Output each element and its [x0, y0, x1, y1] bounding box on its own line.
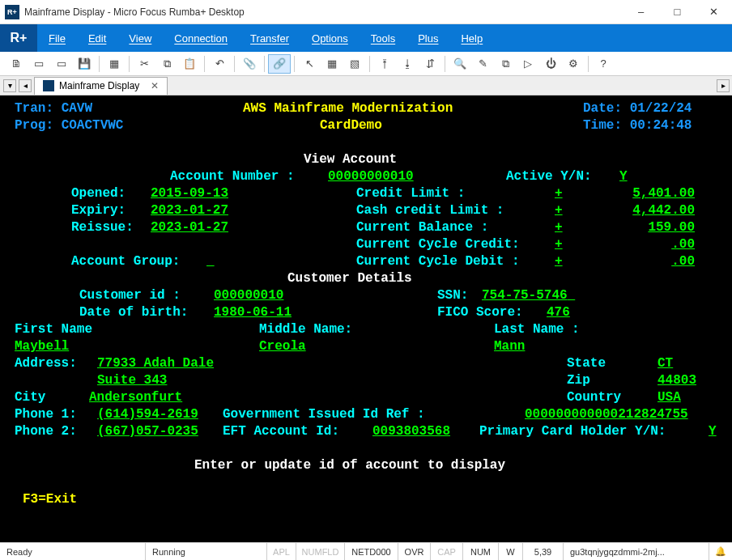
customer-id-label: Customer id : [79, 288, 181, 303]
eft-value[interactable]: 0093803568 [372, 423, 450, 440]
cash-limit-value[interactable]: 4,442.00 [565, 202, 695, 219]
eft-label: EFT Account Id: [223, 423, 339, 440]
copy-icon[interactable]: ⧉ [155, 54, 178, 74]
undo-icon[interactable]: ↶ [208, 54, 231, 74]
cycle-debit-value[interactable]: .00 [565, 253, 695, 270]
settings-icon[interactable]: ⚙ [562, 54, 585, 74]
state-value[interactable]: CT [658, 355, 673, 372]
section-customer-details: Customer Details [287, 270, 412, 287]
tab-prev-button[interactable]: ◂ [19, 79, 32, 92]
cut-icon[interactable]: ✂ [133, 54, 155, 74]
phone1-label: Phone 1: [15, 406, 77, 423]
status-netd: NETD000 [345, 543, 398, 560]
upload-icon[interactable]: ⭱ [373, 54, 396, 74]
active-value[interactable]: Y [619, 168, 628, 185]
first-name-value[interactable]: Maybell [15, 339, 69, 354]
credit-limit-label: Credit Limit [356, 186, 449, 201]
help-icon[interactable]: ? [592, 54, 615, 74]
save-icon[interactable]: 💾 [73, 54, 96, 74]
menu-edit[interactable]: Edit [77, 24, 117, 52]
account-group-label: Account Group: [71, 253, 180, 270]
dob-value[interactable]: 1980-06-11 [214, 304, 292, 321]
menu-tools[interactable]: Tools [360, 24, 406, 52]
tab-label: Mainframe Display [59, 80, 139, 91]
status-apl: APL [267, 543, 296, 560]
address-line1-value[interactable]: 77933 Adah Dale [97, 356, 214, 371]
transfer-icon[interactable]: ⇵ [419, 54, 441, 74]
middle-name-label: Middle Name: [259, 321, 352, 338]
menu-options[interactable]: Options [300, 24, 360, 52]
expiry-label: Expiry: [71, 202, 126, 219]
account-number-value[interactable]: 00000000010 [328, 168, 414, 185]
primary-value[interactable]: Y [709, 423, 717, 440]
country-value[interactable]: USA [658, 389, 681, 406]
power-icon[interactable]: ⏻ [539, 54, 562, 74]
paste-icon[interactable]: 📋 [178, 54, 201, 74]
grid-icon[interactable]: ▦ [321, 54, 343, 74]
play-icon[interactable]: ▷ [517, 54, 539, 74]
notification-icon[interactable]: 🔔 [709, 543, 732, 560]
country-label: Country [567, 389, 621, 406]
maximize-button[interactable]: □ [659, 0, 696, 23]
opened-value[interactable]: 2015-09-13 [151, 185, 228, 202]
menu-transfer[interactable]: Transfer [239, 24, 300, 52]
city-value[interactable]: Andersonfurt [89, 390, 182, 405]
eyedrop-icon[interactable]: ✎ [471, 54, 494, 74]
cursor-icon[interactable]: ↖ [298, 54, 321, 74]
app-icon: R+ [5, 5, 19, 19]
zip-value[interactable]: 44803 [658, 372, 696, 389]
menu-connection[interactable]: Connection [163, 24, 239, 52]
tab-menu-button[interactable]: ▾ [3, 79, 16, 92]
cycle-credit-value[interactable]: .00 [565, 236, 695, 253]
ssn-value[interactable]: 754-75-5746 [482, 288, 568, 303]
prog-value: COACTVWC [62, 118, 124, 133]
time-value: 00:24:48 [630, 118, 692, 133]
terminal[interactable]: Tran: CAVW AWS Mainframe Modernization D… [0, 95, 732, 542]
screen-icon[interactable]: ▭ [28, 54, 50, 74]
menu-view[interactable]: View [117, 24, 163, 52]
layout-icon[interactable]: ▦ [103, 54, 126, 74]
close-button[interactable]: ✕ [696, 0, 732, 23]
fico-value[interactable]: 476 [547, 304, 570, 321]
download-icon[interactable]: ⭳ [396, 54, 419, 74]
expiry-value[interactable]: 2023-01-27 [151, 202, 228, 219]
gov-id-value[interactable]: 000000000000212824755 [525, 406, 688, 423]
reissue-value[interactable]: 2023-01-27 [151, 219, 228, 236]
tabstrip: ▾ ◂ Mainframe Display ✕ ▸ [0, 76, 732, 95]
search-icon[interactable]: 🔍 [449, 54, 471, 74]
record-icon[interactable]: ⧉ [494, 54, 517, 74]
grid2-icon[interactable]: ▧ [343, 54, 366, 74]
phone2-value[interactable]: (667)057-0235 [97, 423, 198, 440]
last-name-value[interactable]: Mann [494, 339, 525, 354]
attach-icon[interactable]: 📎 [238, 54, 261, 74]
primary-label: Primary Card Holder Y/N: [479, 423, 666, 440]
last-name-label: Last Name : [494, 321, 580, 338]
middle-name-value[interactable]: Creola [259, 339, 306, 354]
open-icon[interactable]: ▭ [50, 54, 73, 74]
menu-file[interactable]: File [37, 24, 77, 52]
phone1-value[interactable]: (614)594-2619 [97, 406, 198, 423]
tab-mainframe-display[interactable]: Mainframe Display ✕ [34, 77, 168, 95]
brand-badge[interactable]: R+ [0, 24, 37, 52]
status-cap: CAP [431, 543, 463, 560]
credit-limit-value[interactable]: 5,401.00 [565, 185, 695, 202]
tab-next-button[interactable]: ▸ [717, 79, 730, 92]
tab-close-icon[interactable]: ✕ [151, 80, 159, 91]
status-ready: Ready [0, 543, 146, 560]
section-view-account: View Account [304, 151, 397, 168]
prompt-text: Enter or update id of account to display [194, 457, 505, 474]
link-icon[interactable]: 🔗 [268, 54, 291, 74]
customer-id-value[interactable]: 000000010 [214, 287, 283, 304]
menu-plus[interactable]: Plus [406, 24, 449, 52]
account-group-value[interactable] [206, 253, 312, 270]
menu-help[interactable]: Help [449, 24, 494, 52]
zip-label: Zip [567, 372, 590, 389]
new-icon[interactable]: 🗎 [5, 54, 28, 74]
status-num: NUM [463, 543, 499, 560]
cycle-debit-label: Current Cycle Debit : [356, 254, 520, 269]
address-line2-value[interactable]: Suite 343 [97, 373, 167, 388]
minimize-button[interactable]: – [623, 0, 659, 23]
time-label: Time: [583, 118, 622, 133]
cycle-credit-label: Current Cycle Credit: [356, 237, 520, 252]
balance-value[interactable]: 159.00 [565, 219, 695, 236]
